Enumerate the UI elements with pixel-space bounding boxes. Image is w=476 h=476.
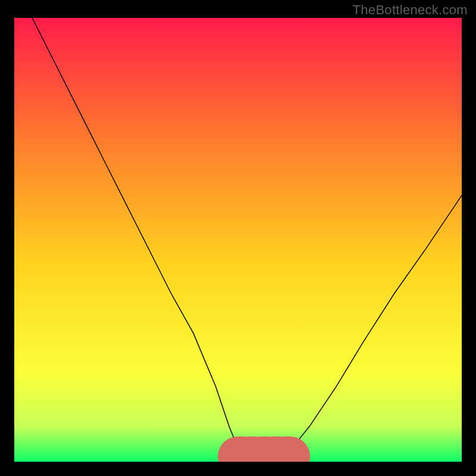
- chart-frame: TheBottleneck.com: [0, 0, 476, 476]
- gradient-background: [14, 18, 462, 462]
- watermark-text: TheBottleneck.com: [353, 2, 468, 18]
- plot-area: [14, 18, 462, 462]
- plot-svg: [14, 18, 462, 462]
